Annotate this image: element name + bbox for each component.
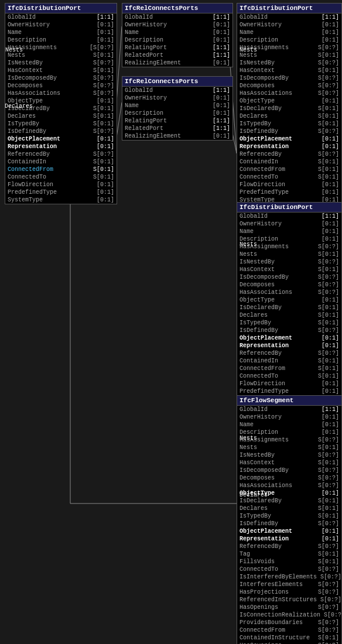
row5-declares: DeclaresS[0:1]	[237, 311, 341, 319]
row4-objecttype: ObjectType[0:1]	[237, 97, 341, 105]
row6-connectedfrom: ConnectedFromS[0:?]	[237, 626, 341, 634]
row6-fillsvoids: FillsVoidsS[0:1]	[237, 558, 341, 566]
row6-isdefinedby: IsDefinedByS[0:?]	[237, 520, 341, 527]
box6-header: IfcFlowSegment	[237, 396, 341, 406]
row3-description: Description[0:1]	[122, 109, 232, 117]
row4-declares: DeclaresS[0:1]	[237, 112, 341, 120]
box2-body: GlobalId[1:1] OwnerHistory[0:1] Name[0:1…	[122, 13, 232, 67]
row6-isinterferedby: IsInterferedByElementsS[0:?]	[237, 573, 341, 581]
row-hasassociations-1: HasAssociationsS[0:?]	[5, 90, 117, 97]
row-isdecomposedby-1: IsDecomposedByS[0:?]	[5, 74, 117, 82]
row4-connectedfrom: ConnectedFromS[0:1]	[237, 166, 341, 173]
box1-header: IfcDistributionPort	[5, 4, 117, 13]
row4-description: Description[0:1]	[237, 36, 341, 44]
row-containedin-1: ContainedInS[0:1]	[5, 158, 117, 166]
box-ifc-distribution-port-2: IfcDistributionPort GlobalId[1:1] OwnerH…	[237, 3, 342, 204]
row6-globalid: GlobalId[1:1]	[237, 406, 341, 413]
row4-objectplacement: ObjectPlacement[0:1]	[237, 135, 341, 143]
row2-name: Name[0:1]	[122, 29, 232, 36]
row4-predefinedtype: PredefinedType[0:1]	[237, 189, 341, 196]
row6-name: Name[0:1]	[237, 421, 341, 429]
row4-hascontext: HasContextS[0:1]	[237, 67, 341, 74]
row3-realizingelement: RealizingElement[0:1]	[122, 132, 232, 140]
row-referencedby-1: ReferencedByS[0:?]	[5, 150, 117, 158]
row-objectplacement-1: ObjectPlacement[0:1]	[5, 135, 117, 143]
row4-isdecomposedby: IsDecomposedByS[0:?]	[237, 74, 341, 82]
row-connectedfrom-1: ConnectedFromS[0:1]	[5, 166, 117, 173]
row-predefinedtype-1: PredefinedType[0:1]	[5, 189, 117, 196]
row-declares-1: DeclaresS[0:1]	[5, 112, 117, 120]
row5-connectedto: ConnectedToS[0:1]	[237, 372, 341, 380]
row4-connectedto: ConnectedToS[0:1]	[237, 173, 341, 181]
row4-referencedby: ReferencedByS[0:?]	[237, 150, 341, 158]
row5-isnestedby: IsNestedByS[0:?]	[237, 258, 341, 266]
row6-hasprojections: HasProjectionsS[0:?]	[237, 588, 341, 596]
row5-flowdirection: FlowDirection[0:1]	[237, 380, 341, 388]
row4-hasassociations: HasAssociationsS[0:?]	[237, 90, 341, 97]
row-ownerhistory-1: OwnerHistory[0:1]	[5, 21, 117, 29]
row3-globalid: GlobalId[1:1]	[122, 87, 232, 94]
label-nests-bot-right: Nests	[240, 435, 257, 441]
row6-hascoverings: HasCoveringsS[0:?]	[237, 642, 341, 644]
row6-declares: DeclaresS[0:1]	[237, 505, 341, 512]
row4-isdefinedby: IsDefinedByS[0:?]	[237, 128, 341, 135]
row5-hasassociations: HasAssociationsS[0:?]	[237, 289, 341, 296]
label-declares-mid-right: Declares	[240, 492, 268, 498]
row6-isdecomposedby: IsDecomposedByS[0:?]	[237, 467, 341, 474]
row4-globalid: GlobalId[1:1]	[237, 13, 341, 21]
row5-containedin: ContainedInS[0:1]	[237, 357, 341, 365]
row4-istypedby: IsTypedByS[0:1]	[237, 120, 341, 128]
row5-istypedby: IsTypedByS[0:1]	[237, 319, 341, 327]
row5-hascontext: HasContextS[0:1]	[237, 266, 341, 273]
row2-realizingelement: RealizingElement[0:1]	[122, 59, 232, 67]
label-nests-top-right: Nests	[240, 47, 257, 53]
row4-isnestedby: IsNestedByS[0:?]	[237, 59, 341, 67]
row6-providesboundaries: ProvidesBoundariesS[0:?]	[237, 619, 341, 626]
row3-ownerhistory: OwnerHistory[0:1]	[122, 94, 232, 102]
row-globalid-1: GlobalId[1:1]	[5, 13, 117, 21]
row6-referencedby: ReferencedByS[0:?]	[237, 543, 341, 550]
label-declares-left: Declares	[5, 103, 33, 109]
row4-name: Name[0:1]	[237, 29, 341, 36]
box6-body: GlobalId[1:1] OwnerHistory[0:1] Name[0:1…	[237, 406, 341, 644]
box5-header: IfcDistributionPort	[237, 203, 341, 213]
label-nests-top-left: Nests	[5, 47, 23, 53]
row5-globalid: GlobalId[1:1]	[237, 213, 341, 220]
row2-description: Description[0:1]	[122, 36, 232, 44]
box4-header: IfcDistributionPort	[237, 4, 341, 13]
diagram-canvas: IfcDistributionPort GlobalId[1:1] OwnerH…	[0, 0, 342, 644]
row-isnestedby-1: IsNestedByS[0:?]	[5, 59, 117, 67]
box3-body: GlobalId[1:1] OwnerHistory[0:1] Name[0:1…	[122, 87, 232, 140]
row6-referencedinstructures: ReferencedInStructuresS[0:?]	[237, 596, 341, 604]
row-istypedby-1: IsTypedByS[0:1]	[5, 120, 117, 128]
row3-name: Name[0:1]	[122, 102, 232, 109]
box-ifc-flow-segment: IfcFlowSegment GlobalId[1:1] OwnerHistor…	[237, 395, 342, 644]
row5-ownerhistory: OwnerHistory[0:1]	[237, 220, 341, 228]
row4-representation: Representation[0:1]	[237, 143, 341, 150]
row6-containedinstructure: ContainedInStructureS[0:1]	[237, 634, 341, 642]
row6-ownerhistory: OwnerHistory[0:1]	[237, 413, 341, 421]
row6-interferes: InterferesElementsS[0:?]	[237, 581, 341, 588]
row6-tag: TagS[0:1]	[237, 550, 341, 558]
row-connectedto-1: ConnectedToS[0:1]	[5, 173, 117, 181]
row5-decomposes: DecomposesS[0:?]	[237, 281, 341, 289]
box-ifc-distribution-port-3: IfcDistributionPort GlobalId[1:1] OwnerH…	[237, 202, 342, 403]
row6-isnestedby: IsNestedByS[0:?]	[237, 451, 341, 459]
row6-istypedby: IsTypedByS[0:1]	[237, 512, 341, 520]
row6-connectedto: ConnectedToS[0:?]	[237, 566, 341, 573]
row5-objecttype: ObjectType[0:1]	[237, 296, 341, 304]
row4-decomposes: DecomposesS[0:?]	[237, 82, 341, 90]
row-isdefinedby-1: IsDefinedByS[0:?]	[5, 128, 117, 135]
row2-relatingport: RelatingPort[1:1]	[122, 44, 232, 52]
row5-objectplacement: ObjectPlacement[0:1]	[237, 334, 341, 342]
box-ifc-rel-connects-ports-1: IfcRelConnectsPorts GlobalId[1:1] OwnerH…	[122, 3, 233, 67]
row5-isdefinedby: IsDefinedByS[0:?]	[237, 327, 341, 334]
row4-flowdirection: FlowDirection[0:1]	[237, 181, 341, 189]
row6-objectplacement: ObjectPlacement[0:1]	[237, 527, 341, 535]
row5-referencedby: ReferencedByS[0:?]	[237, 350, 341, 357]
row5-nests: NestsS[0:1]	[237, 251, 341, 258]
row3-relatingport: RelatingPort[1:1]	[122, 117, 232, 125]
row-name-1: Name[0:1]	[5, 29, 117, 36]
row5-isdecomposedby: IsDecomposedByS[0:?]	[237, 273, 341, 281]
row5-name: Name[0:1]	[237, 228, 341, 235]
